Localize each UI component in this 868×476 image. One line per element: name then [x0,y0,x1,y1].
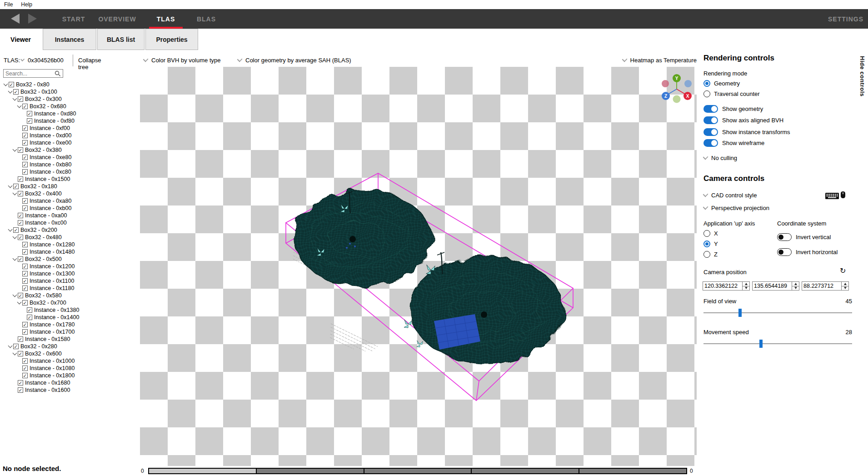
node-checkbox[interactable]: ✓ [9,82,14,87]
tree-node[interactable]: ✓Instance - 0x1800 [0,372,137,379]
toggle-on-icon[interactable] [703,139,718,147]
tlas-address-combobox[interactable]: 0x304526b00 [21,57,64,64]
nav-item-overview[interactable]: OVERVIEW [95,9,139,29]
node-checkbox[interactable]: ✓ [22,242,28,247]
depth-segment[interactable] [579,469,686,473]
node-checkbox[interactable]: ✓ [18,213,23,218]
tree-node[interactable]: ✓Box32 - 0x580 [0,292,137,299]
collapse-tree-button[interactable]: Collapse tree [78,57,101,70]
tree-node[interactable]: ✓Box32 - 0x80 [0,81,137,88]
node-checkbox[interactable]: ✓ [18,380,23,386]
tree-node[interactable]: ✓Instance - 0x1680 [0,379,137,386]
node-checkbox[interactable]: ✓ [18,96,23,102]
tree-node[interactable]: ✓Instance - 0xb00 [0,205,137,212]
toggle-show-geometry[interactable]: Show geometry [703,105,763,113]
nav-item-settings[interactable]: SETTINGS [828,9,863,29]
tree-node[interactable]: ✓Box32 - 0x300 [0,95,137,103]
node-checkbox[interactable]: ✓ [27,111,32,116]
node-checkbox[interactable]: ✓ [18,235,23,240]
tree-node[interactable]: ✓Instance - 0x1280 [0,241,137,248]
node-checkbox[interactable]: ✓ [27,307,32,313]
movement-speed-slider-handle[interactable] [759,340,763,348]
expand-arrow-icon[interactable] [12,293,18,299]
radio-icon[interactable] [703,230,710,237]
tree-node[interactable]: ✓Instance - 0x1580 [0,336,137,343]
bvh-coloring-combobox[interactable]: Color BVH by volume type [144,55,220,65]
expand-arrow-icon[interactable] [12,191,18,197]
hide-controls-button[interactable]: Hide controls [859,56,866,97]
tree-node[interactable]: ✓Box32 - 0x500 [0,256,137,263]
up-axis-z[interactable]: Z [703,251,718,258]
axis-gizmo[interactable]: Y Z X [662,74,692,103]
expand-arrow-icon[interactable] [3,82,9,88]
node-checkbox[interactable]: ✓ [22,133,28,138]
tree-node[interactable]: ✓Box32 - 0x280 [0,343,137,350]
node-checkbox[interactable]: ✓ [22,198,28,204]
node-checkbox[interactable]: ✓ [22,366,28,371]
toggle-show-wireframe[interactable]: Show wireframe [703,139,764,147]
node-checkbox[interactable]: ✓ [18,256,23,262]
node-checkbox[interactable]: ✓ [18,351,23,356]
tab-viewer[interactable]: Viewer [0,29,41,50]
spinner-buttons[interactable] [841,282,848,290]
depth-segment[interactable] [149,469,256,473]
expand-arrow-icon[interactable] [12,147,18,153]
tab-properties[interactable]: Properties [145,29,198,50]
nav-back-icon[interactable] [11,14,20,24]
node-checkbox[interactable]: ✓ [13,89,19,95]
toggle-show-instance-transforms[interactable]: Show instance transforms [703,128,790,136]
expand-arrow-icon[interactable] [7,227,13,233]
tree-node[interactable]: ✓Instance - 0x1480 [0,248,137,256]
tree-node[interactable]: ✓Instance - 0x1380 [0,306,137,314]
camera-y-input[interactable] [753,282,792,290]
node-checkbox[interactable]: ✓ [22,249,28,255]
heatmap-combobox[interactable]: Heatmap as Temperature [617,55,697,65]
node-checkbox[interactable]: ✓ [22,162,28,167]
tree-node[interactable]: ✓Instance - 0xe00 [0,139,137,146]
node-checkbox[interactable]: ✓ [13,344,19,349]
node-checkbox[interactable]: ✓ [22,358,28,364]
tree-node[interactable]: ✓Box32 - 0x200 [0,226,137,234]
tree-node[interactable]: ✓Instance - 0x1200 [0,263,137,270]
node-checkbox[interactable]: ✓ [22,155,28,160]
radio-selected-icon[interactable] [703,241,710,247]
node-checkbox[interactable]: ✓ [18,176,23,182]
node-checkbox[interactable]: ✓ [27,118,32,124]
node-checkbox[interactable]: ✓ [22,140,28,145]
expand-arrow-icon[interactable] [12,256,18,262]
camera-x-input[interactable] [703,282,742,290]
expand-arrow-icon[interactable] [12,235,18,241]
tree-node[interactable]: ✓Box32 - 0x380 [0,146,137,154]
node-checkbox[interactable]: ✓ [18,336,23,342]
culling-combobox[interactable]: No culling [703,155,737,161]
expand-arrow-icon[interactable] [7,184,13,190]
tree-node[interactable]: ✓Instance - 0x1000 [0,357,137,365]
nav-item-start[interactable]: START [59,9,88,29]
node-checkbox[interactable]: ✓ [22,286,28,291]
fov-slider[interactable] [703,312,852,313]
tab-blas-list[interactable]: BLAS list [97,29,145,50]
tree-node[interactable]: ✓Box32 - 0x700 [0,299,137,306]
expand-arrow-icon[interactable] [7,89,13,95]
node-checkbox[interactable]: ✓ [18,191,23,196]
toggle-on-icon[interactable] [703,116,718,124]
rendering-mode-traversal-counter[interactable]: Traversal counter [703,90,760,97]
tree-node[interactable]: ✓Instance - 0xe80 [0,154,137,161]
rendering-mode-geometry[interactable]: Geometry [703,80,740,87]
nav-forward-icon[interactable] [28,14,37,24]
radio-icon[interactable] [703,90,710,97]
tree-node[interactable]: ✓Instance - 0xa00 [0,212,137,219]
tree-node[interactable]: ✓Instance - 0x1180 [0,285,137,292]
tree-node[interactable]: ✓Instance - 0x1500 [0,175,137,183]
tree-node[interactable]: ✓Instance - 0xc00 [0,219,137,226]
toggle-invert-vertical[interactable]: Invert vertical [777,233,831,241]
up-axis-x[interactable]: X [703,230,718,237]
node-checkbox[interactable]: ✓ [22,169,28,175]
toggle-show-axis-aligned-bvh[interactable]: Show axis aligned BVH [703,116,783,124]
toggle-off-icon[interactable] [777,233,792,241]
node-checkbox[interactable]: ✓ [22,278,28,284]
tree-node[interactable]: ✓Box32 - 0x600 [0,350,137,357]
projection-combobox[interactable]: Perspective projection [703,205,769,211]
node-checkbox[interactable]: ✓ [22,300,28,306]
control-style-combobox[interactable]: CAD control style [703,192,757,199]
